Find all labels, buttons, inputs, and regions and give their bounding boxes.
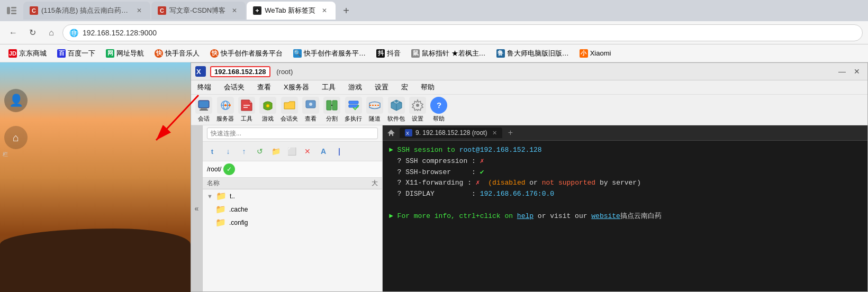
svg-text:X: X <box>406 131 409 136</box>
bookmark-baidu-label: 百度一下 <box>68 49 95 58</box>
bookmark-mouse-label: 鼠标指针 ★若枫主… <box>422 49 486 58</box>
ssh-menu-bar: 终端 会话夹 查看 X服务器 工具 游戏 设置 宏 帮助 <box>191 80 867 95</box>
terminal-help-link[interactable]: help <box>517 212 534 220</box>
file-tool-upload[interactable]: ↑ <box>237 144 251 159</box>
collapse-panel-button[interactable]: « <box>191 125 203 291</box>
toolbar-sessions-folder[interactable]: 会话夹 <box>281 97 298 123</box>
menu-macro[interactable]: 宏 <box>399 81 410 93</box>
bookmark-douyin-icon: 抖 <box>376 49 385 58</box>
address-bar[interactable]: 🌐 192.168.152.128:9000 <box>62 24 863 41</box>
file-tool-t[interactable]: t <box>205 144 220 159</box>
terminal-home-button[interactable] <box>385 126 397 139</box>
file-tool-delete[interactable]: ✕ <box>300 144 315 159</box>
toolbar-view-label: 查看 <box>305 115 317 123</box>
menu-help[interactable]: 帮助 <box>419 81 437 93</box>
bookmark-nav-label: 网址导航 <box>116 49 144 58</box>
bookmark-ks-creator[interactable]: 快 快手创作者服务平台 <box>206 48 287 59</box>
path-ok-button[interactable]: ✓ <box>223 163 235 175</box>
toolbar-tools[interactable]: 工具 <box>238 97 255 123</box>
bookmark-mouse[interactable]: 鼠 鼠标指针 ★若枫主… <box>407 48 490 59</box>
terminal-new-tab-button[interactable]: + <box>504 127 516 139</box>
bookmark-xiaomi-icon: 小 <box>580 49 588 58</box>
tab-3-favicon <box>253 6 261 15</box>
bookmark-baidu[interactable]: 百 百度一下 <box>53 48 100 59</box>
bookmark-jd[interactable]: JD 京东商城 <box>4 48 51 59</box>
col-name-label: 名称 <box>207 179 351 188</box>
toolbar-sessions[interactable]: 会话 <box>195 97 212 123</box>
svg-text:?: ? <box>437 101 441 110</box>
bookmark-nav[interactable]: 网 网址导航 <box>102 48 148 59</box>
tab-3-label: WeTab 新标签页 <box>265 6 315 15</box>
tab-2-close[interactable]: ✕ <box>230 6 239 15</box>
ssh-title-text: (root) <box>275 68 293 76</box>
terminal-content[interactable]: ► SSH session to root@192.168.152.128 ? … <box>383 141 867 291</box>
toolbar-package[interactable]: 软件包 <box>387 97 405 123</box>
back-button[interactable]: ← <box>5 25 21 41</box>
toolbar-server[interactable]: 服务器 <box>216 97 234 123</box>
terminal-tab-active[interactable]: X 9. 192.168.152.128 (root) ✕ <box>400 127 502 138</box>
toolbar-sessions-label: 会话 <box>198 115 210 123</box>
bookmark-jd-icon: JD <box>8 49 17 58</box>
bookmark-xiaomi[interactable]: 小 Xiaomi <box>575 48 616 59</box>
file-tool-copy[interactable]: ⬜ <box>284 144 299 159</box>
file-tool-download[interactable]: ↓ <box>221 144 236 159</box>
file-tool-refresh[interactable]: ↺ <box>252 144 267 159</box>
bookmark-mouse-icon: 鼠 <box>411 49 420 58</box>
file-tool-rename[interactable]: A <box>316 144 331 159</box>
menu-terminal[interactable]: 终端 <box>195 81 213 93</box>
bookmark-douyin[interactable]: 抖 抖音 <box>372 48 405 59</box>
file-tool-info[interactable]: | <box>332 144 347 159</box>
file-tool-folder[interactable]: 📁 <box>268 144 283 159</box>
svg-rect-9 <box>198 101 209 108</box>
browser-chrome: C (115条消息) 搞点云南白药的博客 ✕ C 写文章-CSDN博客 ✕ We… <box>0 0 868 62</box>
refresh-button[interactable]: ↻ <box>24 25 40 41</box>
list-item[interactable]: 📁 .config <box>203 216 382 229</box>
svg-rect-3 <box>11 13 16 14</box>
toolbar-tunnel[interactable]: 隧道 <box>366 97 383 123</box>
svg-text:X: X <box>196 68 201 76</box>
list-item[interactable]: ▼ 📁 t.. <box>203 189 382 203</box>
toolbar-settings[interactable]: 设置 <box>409 97 426 123</box>
tab-3-close[interactable]: ✕ <box>320 6 329 15</box>
bookmark-ks-music-icon: 快 <box>155 49 163 58</box>
tab-2[interactable]: C 写文章-CSDN博客 ✕ <box>151 2 246 20</box>
menu-xserver[interactable]: X服务器 <box>282 81 311 93</box>
home-icon: ⌂ <box>4 126 28 149</box>
toolbar-server-label: 服务器 <box>216 115 234 123</box>
tab-3[interactable]: WeTab 新标签页 ✕ <box>247 2 336 20</box>
menu-view[interactable]: 查看 <box>255 81 273 93</box>
new-tab-button[interactable]: + <box>339 3 354 18</box>
terminal-tab-bar: X 9. 192.168.152.128 (root) ✕ + <box>383 125 867 141</box>
toolbar-view[interactable]: 查看 <box>302 97 319 123</box>
toolbar-help[interactable]: ? 帮助 <box>430 97 447 123</box>
tab-1-close[interactable]: ✕ <box>134 6 144 15</box>
file-toolbar: t ↓ ↑ ↺ 📁 ⬜ ✕ A | <box>203 142 382 161</box>
bookmark-ks-music[interactable]: 快 快手音乐人 <box>150 48 204 59</box>
terminal-line-6: ► For more info, ctrl+click on help or v… <box>389 211 861 222</box>
ssh-close-button[interactable]: ✕ <box>851 65 863 78</box>
bookmark-ludashi[interactable]: 鲁 鲁大师电脑版旧版… <box>492 48 573 59</box>
menu-games[interactable]: 游戏 <box>346 81 364 93</box>
terminal-panel: X 9. 192.168.152.128 (root) ✕ + ► SSH se… <box>383 125 867 291</box>
list-item[interactable]: 📁 .cache <box>203 203 382 216</box>
menu-tools[interactable]: 工具 <box>320 81 338 93</box>
toolbar-split[interactable]: 分割 <box>323 97 340 123</box>
quick-connect-input[interactable] <box>207 127 378 139</box>
svg-point-19 <box>266 104 269 107</box>
ssh-minimize-button[interactable]: — <box>836 65 848 78</box>
menu-settings[interactable]: 设置 <box>373 81 391 93</box>
bookmark-ks-music-label: 快手音乐人 <box>165 49 200 58</box>
background-scenery: 👤 ⌂ 栏 <box>0 62 191 292</box>
terminal-website-link[interactable]: website <box>591 212 620 220</box>
toolbar-multiexec[interactable]: 多执行 <box>345 97 362 123</box>
bookmark-ludashi-label: 鲁大师电脑版旧版… <box>507 49 569 58</box>
terminal-tab-close[interactable]: ✕ <box>492 130 497 136</box>
home-button[interactable]: ⌂ <box>43 25 59 41</box>
sidebar-toggle[interactable] <box>4 3 19 18</box>
tab-1[interactable]: C (115条消息) 搞点云南白药的博客 ✕ <box>23 2 150 20</box>
svg-rect-0 <box>7 7 10 14</box>
menu-sessions[interactable]: 会话夹 <box>222 81 247 93</box>
toolbar-games[interactable]: 游戏 <box>259 97 276 123</box>
main-content: 👤 ⌂ 栏 X 192.168.152.128 (roo <box>0 62 868 292</box>
bookmark-ks-search[interactable]: 🔍 快手创作者服务平… <box>289 48 370 59</box>
